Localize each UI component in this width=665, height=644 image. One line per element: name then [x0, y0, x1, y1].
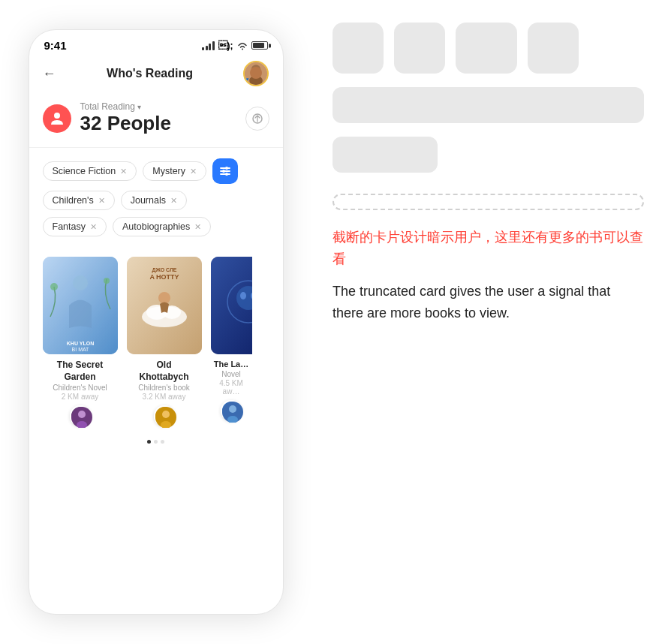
filter-menu-button[interactable]: [212, 158, 238, 184]
book-reader-avatar: [154, 405, 175, 426]
page-title: Who's Reading: [107, 67, 193, 80]
stats-text: Total Reading ▾ 32 People: [80, 101, 171, 135]
annotation-section: 截断的卡片设计暗示用户，这里还有更多的书可以查看 The truncated c…: [311, 0, 665, 644]
remove-filter-icon[interactable]: ✕: [98, 196, 105, 206]
scroll-dot: [154, 440, 158, 444]
phone-mockup: 9:41 ); ← Who's Reading: [29, 29, 284, 615]
phone-section: 9:41 ); ← Who's Reading: [0, 0, 311, 644]
filters-section: Science Fiction ✕ Mystery ✕: [29, 148, 283, 246]
scroll-dot: [161, 440, 164, 444]
person-icon: [43, 104, 71, 133]
book-distance: 2 KM away: [43, 393, 118, 401]
ui-placeholder-row-2: [332, 87, 644, 123]
svg-text:ДЖО СЛЕ: ДЖО СЛЕ: [152, 267, 176, 273]
svg-point-10: [225, 173, 228, 176]
ui-placeholder-item: [528, 23, 579, 74]
location-filter-button[interactable]: [245, 107, 269, 131]
book-cover-old-khottabych: ДЖО СЛЕ A HOTTY: [127, 257, 202, 354]
back-button[interactable]: ←: [43, 66, 56, 82]
reading-stats: Total Reading ▾ 32 People: [29, 94, 283, 148]
filter-tag-autobiographies[interactable]: Autobiographies ✕: [113, 217, 211, 236]
svg-text:BI MAT: BI MAT: [71, 347, 89, 352]
filter-row-1: Science Fiction ✕ Mystery ✕: [43, 158, 269, 184]
ui-placeholder-item: [394, 23, 445, 74]
filter-tag-childrens[interactable]: Children's ✕: [43, 191, 115, 210]
status-bar: 9:41 );: [29, 30, 283, 56]
ui-placeholder-row-1: [332, 23, 644, 74]
book-title: The Secret: [43, 360, 118, 370]
svg-point-37: [229, 405, 236, 413]
remove-filter-icon[interactable]: ✕: [120, 167, 127, 176]
filter-tag-journals[interactable]: Journals ✕: [121, 191, 187, 210]
filter-tag-mystery[interactable]: Mystery ✕: [143, 161, 206, 181]
award-icon: 🏅: [243, 78, 251, 86]
ui-kit-placeholders: [332, 23, 644, 173]
ui-placeholder-wide: [332, 87, 644, 123]
filter-label: Mystery: [152, 166, 185, 176]
ui-placeholder-item: [456, 23, 517, 74]
book-subtitle-partial: Novel: [211, 370, 252, 378]
status-icons: );: [202, 41, 268, 51]
book-title-2: Garden: [43, 372, 118, 382]
stats-count: 32 People: [80, 112, 171, 135]
svg-point-34: [240, 292, 246, 299]
ui-placeholder-tall: [332, 137, 438, 173]
scroll-indicator: [29, 434, 283, 447]
stats-left: Total Reading ▾ 32 People: [43, 101, 171, 135]
book-subtitle: Children's Novel: [43, 384, 118, 392]
svg-text:A HOTTY: A HOTTY: [149, 273, 179, 281]
filter-label: Autobiographies: [122, 221, 190, 232]
wifi-icon: [237, 41, 248, 50]
scroll-dot-active: [147, 440, 151, 444]
svg-text:KHU YLON: KHU YLON: [66, 341, 93, 346]
wifi-icon: );: [218, 41, 233, 51]
status-time: 9:41: [44, 39, 67, 52]
book-cover-partial: [211, 257, 252, 354]
filter-label: Fantasy: [53, 221, 86, 232]
book-card-old-khottabych[interactable]: ДЖО СЛЕ A HOTTY Old Khottabych Children'…: [127, 257, 202, 426]
ui-placeholder-row-3: [332, 137, 644, 173]
books-row: KHU YLON BI MAT The Secret Garden Childr…: [43, 257, 269, 426]
filter-row-2: Children's ✕ Journals ✕: [43, 191, 269, 210]
remove-filter-icon[interactable]: ✕: [90, 222, 97, 232]
battery-icon: [251, 41, 268, 50]
annotation-english: The truncated card gives the user a sign…: [332, 281, 644, 325]
svg-point-3: [54, 113, 60, 119]
remove-filter-icon[interactable]: ✕: [190, 167, 197, 176]
remove-filter-icon[interactable]: ✕: [170, 196, 177, 206]
svg-rect-15: [43, 257, 118, 354]
ui-placeholder-item: [332, 23, 384, 74]
svg-point-1: [251, 65, 260, 74]
book-title: Old: [127, 360, 202, 370]
signal-icon: [202, 41, 215, 50]
dashed-separator: [332, 194, 644, 210]
svg-point-19: [78, 411, 86, 418]
app-header: ← Who's Reading 🏅: [29, 56, 283, 94]
filter-label: Science Fiction: [53, 166, 116, 176]
annotation-chinese: 截断的卡片设计暗示用户，这里还有更多的书可以查看: [332, 227, 644, 270]
filter-label: Children's: [53, 195, 94, 206]
filter-row-3: Fantasy ✕ Autobiographies ✕: [43, 217, 269, 236]
filter-tag-science-fiction[interactable]: Science Fiction ✕: [43, 161, 137, 181]
svg-point-8: [225, 167, 228, 170]
book-cover-secret-garden: KHU YLON BI MAT: [43, 257, 118, 354]
book-reader-avatar-partial: [221, 400, 242, 421]
remove-filter-icon[interactable]: ✕: [194, 222, 201, 232]
stats-label[interactable]: Total Reading ▾: [80, 101, 171, 112]
filter-tag-fantasy[interactable]: Fantasy ✕: [43, 217, 107, 236]
book-subtitle: Children's book: [127, 384, 202, 392]
book-card-partial[interactable]: The La… Novel 4.5 KM aw…: [211, 257, 252, 426]
books-section: KHU YLON BI MAT The Secret Garden Childr…: [29, 246, 283, 434]
book-distance: 3.2 KM away: [127, 393, 202, 401]
book-distance-partial: 4.5 KM aw…: [211, 379, 252, 396]
filter-label: Journals: [131, 195, 166, 206]
book-card-secret-garden[interactable]: KHU YLON BI MAT The Secret Garden Childr…: [43, 257, 118, 426]
book-title-partial: The La…: [211, 360, 252, 369]
book-title-2: Khottabych: [127, 372, 202, 382]
avatar[interactable]: 🏅: [243, 61, 269, 86]
svg-point-9: [222, 170, 225, 173]
svg-point-29: [162, 411, 170, 418]
chevron-down-icon: ▾: [137, 103, 141, 111]
book-reader-avatar: [70, 405, 91, 426]
